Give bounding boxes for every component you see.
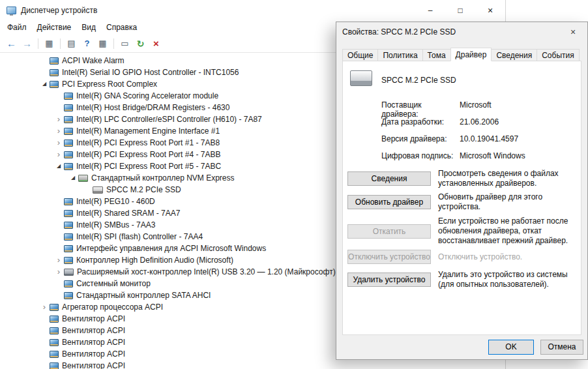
forward-icon: → <box>22 38 32 48</box>
tree-item-label: Расширяемый хост-контроллер Intel(R) USB… <box>77 267 336 276</box>
computer-button[interactable]: ▭ <box>117 36 132 51</box>
action-description: Если устройство не работает после обновл… <box>438 216 576 246</box>
chip-device-icon <box>64 222 73 229</box>
chevron-expanded-icon[interactable]: ◢ <box>39 81 50 87</box>
cancel-button[interactable]: Отмена <box>540 340 583 355</box>
tab-policy[interactable]: Политика <box>377 49 422 61</box>
tree-item-label: Intel(R) GNA Scoring Accelerator module <box>76 91 218 100</box>
driver-action-row: Откатить Если устройство не работает пос… <box>347 216 576 246</box>
help-button[interactable]: ? <box>80 36 95 51</box>
chip-device-icon <box>64 292 73 299</box>
tab-events[interactable]: События <box>537 49 580 61</box>
tab-driver[interactable]: Драйвер <box>450 48 492 61</box>
tree-item-label: Вентилятор ACPI <box>62 361 125 369</box>
action-description: Просмотреть сведения о файлах установлен… <box>438 169 576 188</box>
back-button[interactable]: ← <box>4 36 19 51</box>
tree-item-label: Intel(R) SPI (flash) Controller - 7AA4 <box>76 232 203 241</box>
tree-item-label: Intel(R) Serial IO GPIO Host Controller … <box>62 68 239 77</box>
roll-back-driver-button[interactable]: Откатить <box>347 224 431 239</box>
forward-button[interactable]: → <box>20 36 35 51</box>
tree-item[interactable]: Вентилятор ACPI <box>0 360 505 369</box>
maximize-button[interactable]: □ <box>445 0 475 20</box>
tree-item-label: PCI Express Root Complex <box>62 80 157 89</box>
chip-device-icon <box>64 233 73 241</box>
nvme-device-icon <box>78 175 88 182</box>
disable-device-button[interactable]: Отключить устройство <box>347 250 431 264</box>
driver-action-row: Удалить устройство Удалить это устройств… <box>347 268 576 291</box>
window-title: Диспетчер устройств <box>21 6 97 15</box>
chip-device-icon <box>64 245 73 252</box>
menu-help[interactable]: Справка <box>101 21 142 34</box>
toolbar-separator <box>60 38 61 49</box>
chevron-right-icon[interactable]: › <box>39 304 50 310</box>
chip-device-icon <box>50 69 59 76</box>
usb-device-icon <box>64 269 74 276</box>
chevron-right-icon[interactable]: › <box>53 140 64 146</box>
chip-device-icon <box>50 57 59 65</box>
uninstall-device-button[interactable]: Удалить устройство <box>347 273 431 287</box>
tree-item-label: Intel(R) Shared SRAM - 7AA7 <box>76 209 180 218</box>
tree-item-label: Intel(R) Management Engine Interface #1 <box>76 126 220 136</box>
chevron-expanded-icon[interactable]: ◢ <box>53 164 64 169</box>
dialog-title: Свойства: SPCC M.2 PCIe SSD <box>342 27 456 37</box>
chip-device-icon <box>50 327 59 334</box>
tree-item-label: Intel(R) Host Bridge/DRAM Registers - 46… <box>76 103 229 112</box>
uninstall-device-button[interactable]: × <box>149 36 164 51</box>
device-manager-icon <box>7 7 16 14</box>
menu-view[interactable]: Вид <box>76 21 101 34</box>
scan-hardware-icon: ↻ <box>137 39 145 48</box>
tree-item-label: Intel(R) PCI Express Root Port #1 - 7AB8 <box>76 138 220 147</box>
console-tree-button[interactable]: ▦ <box>42 36 57 51</box>
properties-button[interactable]: ▦ <box>95 36 110 51</box>
chevron-right-icon[interactable]: › <box>53 116 64 123</box>
chip-device-icon <box>50 339 59 346</box>
tree-item-label: Агрегатор процессора ACPI <box>62 303 163 312</box>
tree-item-label: Контроллер High Definition Audio (Micros… <box>76 256 233 265</box>
uninstall-device-icon: × <box>153 38 159 48</box>
disk-device-icon <box>93 186 103 194</box>
chip-device-icon <box>64 198 73 205</box>
tree-item-label: ACPI Wake Alarm <box>62 56 125 65</box>
chip-device-icon <box>50 316 59 323</box>
properties-icon: ▦ <box>98 39 106 48</box>
chip-device-icon <box>50 81 59 88</box>
chip-device-icon <box>64 163 73 170</box>
dialog-footer: OK Отмена <box>336 334 587 359</box>
chevron-right-icon[interactable]: › <box>53 269 64 275</box>
export-list-icon: ▤ <box>67 39 75 48</box>
tab-volumes[interactable]: Тома <box>422 49 451 61</box>
tree-item-label: Интерфейс управления для ACPI Microsoft … <box>76 244 266 253</box>
chevron-right-icon[interactable]: › <box>53 128 64 134</box>
menu-action[interactable]: Действие <box>32 21 77 34</box>
action-description: Удалить это устройство из системы (для о… <box>438 270 576 289</box>
menu-file[interactable]: Файл <box>2 21 32 34</box>
driver-details-button[interactable]: Сведения <box>347 171 431 186</box>
scan-hardware-button[interactable]: ↻ <box>133 36 148 51</box>
chevron-expanded-icon[interactable]: ◢ <box>68 175 78 181</box>
window-controls: – □ × <box>415 0 505 20</box>
tree-item-label: Вентилятор ACPI <box>62 338 125 347</box>
toolbar-separator <box>113 38 114 49</box>
titlebar: Диспетчер устройств – □ × <box>0 0 505 20</box>
tab-details[interactable]: Сведения <box>491 49 537 61</box>
tree-item-label: Вентилятор ACPI <box>62 314 125 323</box>
driver-action-row: Обновить драйвер Обновить драйвер для эт… <box>347 194 576 211</box>
minimize-button[interactable]: – <box>415 0 445 20</box>
chevron-right-icon[interactable]: › <box>53 257 64 263</box>
update-driver-button[interactable]: Обновить драйвер <box>347 195 431 209</box>
chevron-right-icon[interactable]: › <box>53 151 64 158</box>
close-button[interactable]: × <box>475 0 505 20</box>
tree-item-label: Intel(R) LPC Controller/eSPI Controller … <box>76 115 262 124</box>
help-icon: ? <box>85 39 90 48</box>
ok-button[interactable]: OK <box>488 340 534 355</box>
dialog-close-button[interactable]: × <box>559 22 587 42</box>
chip-device-icon <box>64 93 73 100</box>
tree-item-label: SPCC M.2 PCIe SSD <box>106 185 181 194</box>
tree-item-label: Стандартный контроллер SATA AHCI <box>76 291 211 300</box>
tab-general[interactable]: Общие <box>342 49 378 61</box>
computer-icon: ▭ <box>121 39 128 48</box>
chip-device-icon <box>50 351 59 358</box>
tree-item-label: Стандартный контроллер NVM Express <box>91 173 235 183</box>
export-list-button[interactable]: ▤ <box>64 36 79 51</box>
properties-dialog: Свойства: SPCC M.2 PCIe SSD × ОбщиеПолит… <box>336 22 588 360</box>
